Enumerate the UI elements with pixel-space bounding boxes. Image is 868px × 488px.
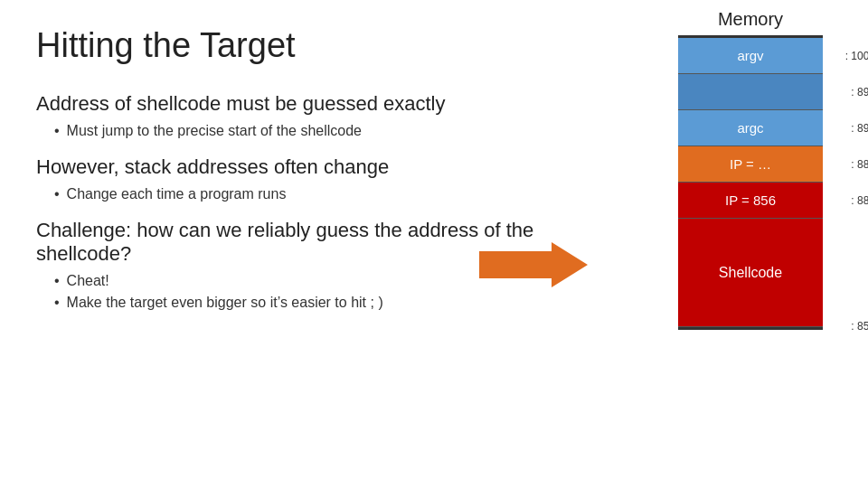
mem-addr-884: : 884: [851, 194, 868, 207]
memory-row-896: : 896: [678, 74, 823, 110]
section-1-heading: Address of shellcode must be guessed exa…: [36, 92, 561, 116]
mem-addr-892: : 892: [851, 122, 868, 135]
mem-addr-888: : 888: [851, 158, 868, 171]
memory-row-ip-856: IP = 856 : 884: [678, 183, 823, 219]
section-1-bullet-1: Must jump to the precise start of the sh…: [54, 123, 561, 139]
section-2-bullet-1: Change each time a program runs: [54, 186, 561, 202]
memory-row-argv: argv : 1000: [678, 38, 823, 74]
mem-addr-1000: : 1000: [845, 50, 868, 62]
slide: Hitting the Target Address of shellcode …: [0, 0, 868, 488]
section-2-heading: However, stack addresses often change: [36, 155, 561, 179]
section-1: Address of shellcode must be guessed exa…: [36, 92, 561, 139]
section-2: However, stack addresses often change Ch…: [36, 155, 561, 202]
arrow-container: [479, 242, 588, 287]
target-arrow: [479, 242, 588, 287]
memory-row-ip-dots: IP = … : 888: [678, 146, 823, 183]
svg-marker-0: [479, 242, 588, 287]
mem-cell-896: : 896: [678, 74, 823, 110]
memory-panel: Memory argv : 1000 : 896: [651, 9, 850, 330]
section-3-bullet-2: Make the target even bigger so it’s easi…: [54, 295, 561, 311]
mem-cell-argv: argv : 1000: [678, 38, 823, 74]
memory-row-shellcode: Shellcode: [678, 219, 823, 327]
mem-addr-896: : 896: [851, 86, 868, 99]
mem-cell-ip-856: IP = 856 : 884: [678, 183, 823, 219]
mem-addr-856: : 856: [851, 320, 868, 333]
mem-cell-argc: argc : 892: [678, 110, 823, 146]
slide-title: Hitting the Target: [36, 27, 561, 65]
mem-cell-shellcode: Shellcode: [678, 219, 823, 327]
memory-label: Memory: [651, 9, 850, 30]
mem-cell-ip-dots: IP = … : 888: [678, 146, 823, 183]
memory-row-argc: argc : 892: [678, 110, 823, 146]
